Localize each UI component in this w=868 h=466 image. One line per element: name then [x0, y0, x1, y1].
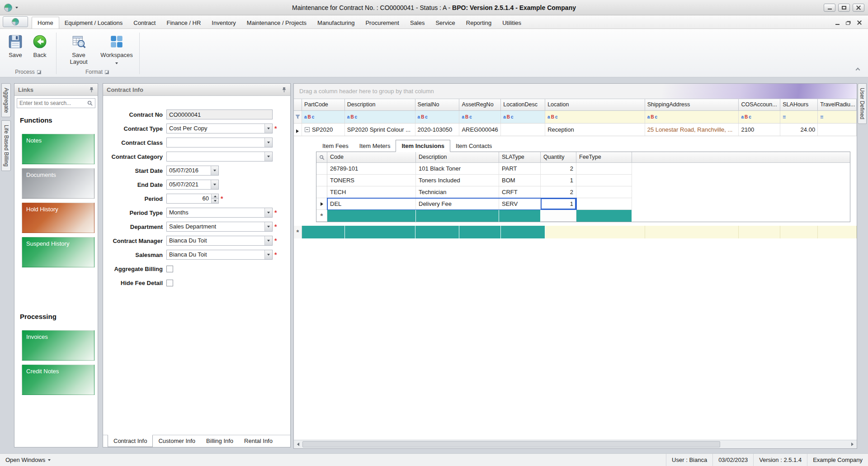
close-button[interactable]	[853, 4, 864, 12]
tab-reporting[interactable]: Reporting	[461, 17, 497, 29]
filter-cell-partcode[interactable]: aBc	[302, 111, 345, 123]
tab-rental-info[interactable]: Rental Info	[239, 435, 278, 447]
application-button[interactable]	[3, 16, 28, 27]
dock-tab-user-defined[interactable]: User Defined	[858, 83, 867, 124]
hold-history-button[interactable]: Hold History	[22, 203, 94, 233]
tab-finance-hr[interactable]: Finance / HR	[161, 17, 206, 29]
column-header-locationdesc[interactable]: LocationDesc	[501, 99, 545, 110]
column-header-description[interactable]: Description	[345, 99, 415, 110]
grid-new-row[interactable]: *	[294, 226, 857, 238]
contract-type-select[interactable]: Cost Per Copy	[166, 124, 273, 133]
child-minimize-icon[interactable]	[835, 24, 840, 25]
workspaces-button[interactable]: Workspaces	[98, 32, 136, 67]
detail-new-row[interactable]: *	[316, 210, 850, 222]
hide-fee-detail-checkbox[interactable]	[166, 280, 173, 286]
save-button[interactable]: Save	[3, 32, 28, 60]
dialog-launcher-icon[interactable]	[37, 70, 41, 74]
cell-feetype[interactable]	[576, 163, 632, 175]
new-cell-locationdesc[interactable]	[501, 226, 545, 238]
end-date-picker[interactable]: 05/07/2021	[166, 180, 219, 190]
table-row[interactable]: 26789-101 101 Black Toner PART 2	[316, 163, 850, 175]
scrollbar-thumb[interactable]	[302, 441, 720, 447]
department-select[interactable]: Sales Department	[166, 222, 273, 232]
filter-cell-assetregno[interactable]: aBc	[459, 111, 501, 123]
cell-slatype[interactable]: PART	[499, 163, 541, 175]
new-cell-code[interactable]	[327, 210, 416, 222]
column-header-serialno[interactable]: SerialNo	[415, 99, 460, 110]
tab-item-meters[interactable]: Item Meters	[354, 140, 396, 152]
tab-manufacturing[interactable]: Manufacturing	[312, 17, 360, 29]
column-header-assetregno[interactable]: AssetRegNo	[459, 99, 501, 110]
cell-description[interactable]: Toners Included	[416, 175, 499, 186]
filter-cell-location[interactable]: aBc	[545, 111, 645, 123]
period-stepper[interactable]: 60	[166, 194, 219, 204]
column-header-travelradius[interactable]: TravelRadiu...	[818, 99, 857, 110]
cell-quantity-focused[interactable]: 1	[541, 198, 576, 210]
contract-class-select[interactable]	[166, 138, 273, 147]
spin-down-icon[interactable]	[212, 199, 218, 204]
credit-notes-button[interactable]: Credit Notes	[22, 365, 94, 395]
new-cell-slatype[interactable]	[499, 210, 541, 222]
chevron-down-icon[interactable]	[264, 208, 272, 217]
minimize-button[interactable]	[824, 4, 835, 12]
column-header-code[interactable]: Code	[327, 152, 416, 162]
tab-customer-info[interactable]: Customer Info	[153, 435, 201, 447]
new-cell-feetype[interactable]	[576, 210, 632, 222]
chevron-down-icon[interactable]	[264, 138, 272, 147]
new-cell-description[interactable]	[416, 210, 499, 222]
tab-contract[interactable]: Contract	[128, 17, 161, 29]
filter-cell-description[interactable]: aBc	[345, 111, 415, 123]
cell-feetype[interactable]	[576, 198, 632, 210]
chevron-down-icon[interactable]	[264, 250, 272, 259]
column-header-feetype[interactable]: FeeType	[576, 152, 632, 162]
search-icon[interactable]	[85, 100, 95, 106]
cell-description[interactable]: 101 Black Toner	[416, 163, 499, 175]
save-layout-button[interactable]: Save Layout	[61, 32, 97, 67]
cell-description[interactable]: Delivery Fee	[416, 198, 499, 210]
column-header-slahours[interactable]: SLAHours	[780, 99, 818, 110]
collapse-row-icon[interactable]	[305, 127, 310, 132]
filter-cell-locationdesc[interactable]: aBc	[501, 111, 545, 123]
tab-item-contacts[interactable]: Item Contacts	[450, 140, 497, 152]
column-header-quantity[interactable]: Quantity	[541, 152, 576, 162]
dock-tab-life-based-billing[interactable]: Life Based Billing	[1, 120, 11, 171]
cell-code[interactable]: DEL	[327, 198, 416, 210]
new-cell-serialno[interactable]	[415, 226, 460, 238]
tab-equipment-locations[interactable]: Equipment / Locations	[59, 17, 128, 29]
cell-code[interactable]: 26789-101	[327, 163, 416, 175]
cell-description[interactable]: Technician	[416, 186, 499, 198]
scroll-right-arrow[interactable]	[848, 440, 857, 448]
chevron-down-icon[interactable]	[264, 124, 272, 133]
master-row[interactable]: SP2020 SP2020 Sprint Colour ... 2020-103…	[294, 124, 857, 136]
chevron-down-icon[interactable]	[211, 180, 218, 189]
detail-search-icon[interactable]	[316, 152, 327, 162]
filter-cell-cosaccount[interactable]: aBc	[739, 111, 780, 123]
table-row[interactable]: TECH Technician CRFT 2	[316, 186, 850, 198]
tab-utilities[interactable]: Utilities	[497, 17, 527, 29]
collapse-ribbon-button[interactable]	[854, 66, 862, 72]
new-cell-travelradius[interactable]	[818, 226, 857, 238]
scroll-left-arrow[interactable]	[294, 440, 302, 448]
cell-slatype[interactable]: SERV	[499, 198, 541, 210]
quick-access-caret-icon[interactable]	[15, 7, 18, 9]
cell-feetype[interactable]	[576, 186, 632, 198]
new-cell-cosaccount[interactable]	[739, 226, 780, 238]
suspend-history-button[interactable]: Suspend History	[22, 237, 94, 267]
cell-shippingaddress[interactable]: 25 Lonestar Road, Ranchville, ...	[645, 124, 739, 136]
cell-assetregno[interactable]: AREG000046	[459, 124, 501, 136]
new-cell-shippingaddress[interactable]	[645, 226, 739, 238]
notes-button[interactable]: Notes	[22, 134, 94, 164]
filter-cell-serialno[interactable]: aBc	[415, 111, 460, 123]
tab-maintenance-projects[interactable]: Maintenance / Projects	[241, 17, 312, 29]
cell-slatype[interactable]: BOM	[499, 175, 541, 186]
column-header-slatype[interactable]: SLAType	[499, 152, 541, 162]
cell-travelradius[interactable]	[818, 124, 857, 136]
cell-code[interactable]: TONERS	[327, 175, 416, 186]
spin-up-icon[interactable]	[212, 194, 218, 199]
cell-slatype[interactable]: CRFT	[499, 186, 541, 198]
contract-no-input[interactable]	[166, 109, 273, 119]
cell-location[interactable]: Reception	[545, 124, 645, 136]
column-header-shippingaddress[interactable]: ShippingAddress	[645, 99, 739, 110]
tab-inventory[interactable]: Inventory	[206, 17, 241, 29]
filter-cell-travelradius[interactable]: =	[818, 111, 857, 123]
